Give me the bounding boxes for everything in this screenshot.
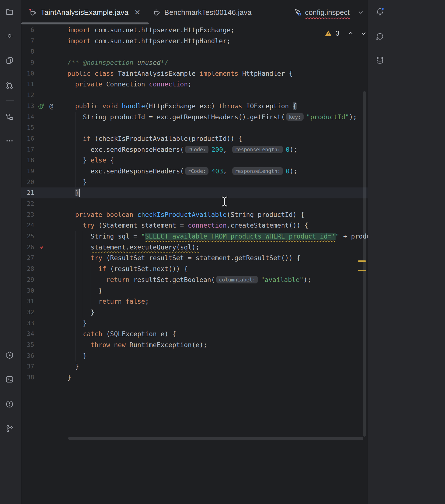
warning-stripe-mark[interactable] — [358, 260, 366, 262]
code-line-6[interactable]: 6import com.sun.net.httpserver.HttpExcha… — [21, 25, 368, 36]
code-text[interactable]: } — [67, 361, 368, 372]
code-text[interactable]: import com.sun.net.httpserver.HttpHandle… — [67, 36, 368, 47]
gutter[interactable]: 11 — [21, 79, 67, 90]
gutter[interactable]: 36 — [21, 350, 67, 361]
code-text[interactable] — [67, 122, 368, 133]
code-text[interactable]: } — [67, 307, 368, 318]
code-text[interactable]: throw new RuntimeException(e); — [67, 340, 368, 350]
line-number[interactable]: 19 — [21, 166, 34, 177]
code-line-29[interactable]: 29 return resultSet.getBoolean(columnLab… — [21, 274, 368, 285]
taint-source-icon[interactable]: ☣ — [38, 244, 45, 251]
code-text[interactable]: } — [67, 350, 368, 361]
line-number[interactable]: 8 — [21, 46, 34, 57]
line-number[interactable]: 14 — [21, 112, 34, 123]
gutter[interactable]: 37 — [21, 361, 67, 372]
code-line-13[interactable]: 13I@ public void handle(HttpExchange exc… — [21, 101, 368, 112]
more-tools-icon[interactable] — [5, 136, 14, 146]
gutter[interactable]: 28 — [21, 264, 67, 274]
gutter[interactable]: 38 — [21, 372, 67, 383]
line-number[interactable]: 17 — [21, 144, 34, 155]
code-line-9[interactable]: 9/** @noinspection unused*/ — [21, 57, 368, 68]
horizontal-scrollbar-thumb[interactable] — [68, 437, 363, 440]
code-text[interactable]: exc.sendResponseHeaders(rCode:200, respo… — [67, 144, 368, 155]
line-number[interactable]: 13 — [21, 101, 34, 112]
project-folder-icon[interactable] — [5, 7, 14, 17]
code-text[interactable] — [67, 46, 368, 57]
code-text[interactable]: String sql = "SELECT available FROM prod… — [67, 231, 368, 242]
code-line-7[interactable]: 7import com.sun.net.httpserver.HttpHandl… — [21, 36, 368, 47]
code-line-19[interactable]: 19 exc.sendResponseHeaders(rCode:403, re… — [21, 166, 368, 177]
annotation-at-icon[interactable]: @ — [48, 102, 55, 110]
warning-stripe-mark[interactable] — [358, 270, 366, 271]
gutter[interactable]: 30 — [21, 285, 67, 296]
gutter[interactable]: 20 — [21, 177, 67, 188]
gutter[interactable]: 21 — [21, 187, 67, 198]
code-text[interactable]: } — [67, 285, 368, 296]
gutter[interactable]: 18 — [21, 155, 67, 166]
line-number[interactable]: 32 — [21, 307, 34, 318]
code-text[interactable]: exc.sendResponseHeaders(rCode:403, respo… — [67, 166, 368, 177]
code-text[interactable]: } — [67, 187, 368, 198]
line-number[interactable]: 31 — [21, 296, 34, 307]
notifications-bell-icon[interactable] — [375, 7, 385, 17]
gutter[interactable]: 26☣ — [21, 242, 67, 253]
line-number[interactable]: 15 — [21, 122, 34, 133]
code-text[interactable]: String productId = exc.getRequestHeaders… — [67, 112, 368, 123]
code-text[interactable]: try (Statement statement = connection.cr… — [67, 220, 368, 231]
code-text[interactable]: } — [67, 372, 368, 383]
code-line-21[interactable]: 21 } — [21, 187, 368, 198]
line-number[interactable]: 12 — [21, 90, 34, 101]
gutter[interactable]: 27 — [21, 253, 67, 264]
line-number[interactable]: 20 — [21, 177, 34, 188]
code-line-10[interactable]: 10public class TaintAnalysisExample impl… — [21, 68, 368, 79]
code-line-22[interactable]: 22 — [21, 198, 368, 209]
code-text[interactable]: } — [67, 318, 368, 329]
code-line-32[interactable]: 32 } — [21, 307, 368, 318]
code-text[interactable]: return resultSet.getBoolean(columnLabel:… — [67, 274, 368, 285]
database-icon[interactable] — [375, 56, 385, 65]
line-number[interactable]: 23 — [21, 209, 34, 220]
tab-taint-analysis-example[interactable]: TaintAnalysisExample.java ✕ — [21, 0, 145, 25]
code-line-33[interactable]: 33 } — [21, 318, 368, 329]
implements-method-icon[interactable]: I — [38, 102, 45, 110]
code-text[interactable]: public class TaintAnalysisExample implem… — [67, 68, 368, 79]
code-line-25[interactable]: 25 String sql = "SELECT available FROM p… — [21, 231, 368, 242]
pull-requests-icon[interactable] — [5, 81, 14, 90]
code-line-8[interactable]: 8 — [21, 46, 368, 57]
code-text[interactable]: statement.executeQuery(sql); — [67, 242, 368, 253]
gutter[interactable]: 6 — [21, 25, 67, 36]
tab-overflow-item[interactable]: config.inspect — [293, 8, 368, 17]
line-number[interactable]: 29 — [21, 274, 34, 285]
gutter[interactable]: 15 — [21, 122, 67, 133]
line-number[interactable]: 37 — [21, 361, 34, 372]
line-number[interactable]: 24 — [21, 220, 34, 231]
line-number[interactable]: 30 — [21, 285, 34, 296]
code-line-28[interactable]: 28 if (resultSet.next()) { — [21, 264, 368, 274]
code-text[interactable]: if (resultSet.next()) { — [67, 264, 368, 274]
line-number[interactable]: 33 — [21, 318, 34, 329]
code-line-30[interactable]: 30 } — [21, 285, 368, 296]
code-text[interactable]: import com.sun.net.httpserver.HttpExchan… — [67, 25, 368, 36]
close-icon[interactable]: ✕ — [134, 9, 141, 16]
code-line-35[interactable]: 35 throw new RuntimeException(e); — [21, 340, 368, 350]
code-line-11[interactable]: 11 private Connection connection; — [21, 79, 368, 90]
commit-icon[interactable] — [5, 31, 14, 41]
code-text[interactable]: return false; — [67, 296, 368, 307]
problems-icon[interactable] — [5, 399, 14, 409]
gutter[interactable]: 33 — [21, 318, 67, 329]
code-line-38[interactable]: 38} — [21, 372, 368, 383]
line-number[interactable]: 35 — [21, 340, 34, 350]
gutter[interactable]: 8 — [21, 46, 67, 57]
code-text[interactable]: private boolean checkIsProductAvailable(… — [67, 209, 368, 220]
copy-pages-icon[interactable] — [5, 56, 14, 65]
code-line-17[interactable]: 17 exc.sendResponseHeaders(rCode:200, re… — [21, 144, 368, 155]
code-line-31[interactable]: 31 return false; — [21, 296, 368, 307]
code-line-36[interactable]: 36 } — [21, 350, 368, 361]
line-number[interactable]: 9 — [21, 57, 34, 68]
gutter[interactable]: 13I@ — [21, 101, 67, 112]
line-number[interactable]: 11 — [21, 79, 34, 90]
structure-icon[interactable] — [5, 112, 14, 122]
terminal-icon[interactable] — [5, 375, 14, 384]
code-text[interactable]: } else { — [67, 155, 368, 166]
gutter[interactable]: 14 — [21, 112, 67, 123]
